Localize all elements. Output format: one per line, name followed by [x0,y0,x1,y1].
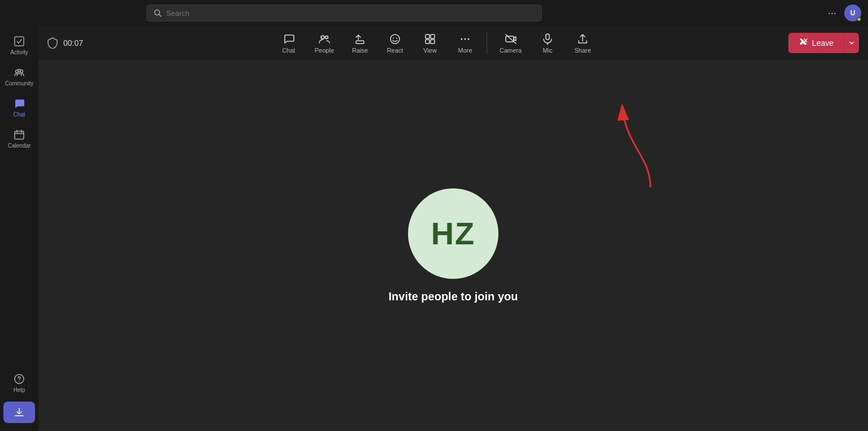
ctrl-camera-button[interactable]: Camera [492,28,530,58]
leave-button[interactable]: Leave [788,33,844,53]
calendar-icon [13,128,25,141]
svg-point-13 [19,381,20,382]
svg-rect-24 [431,40,435,44]
sidebar-community-label: Community [5,80,34,87]
ctrl-mic-label: Mic [543,47,553,54]
svg-point-15 [321,36,324,39]
chevron-down-icon [849,40,854,46]
search-box[interactable] [146,5,542,21]
sidebar-item-chat[interactable]: Chat [3,93,35,123]
sidebar: Activity Community Chat [0,26,38,431]
ctrl-people-icon [318,33,331,45]
ctrl-more-label: More [458,47,472,54]
ctrl-react-button[interactable]: React [378,28,412,58]
search-input[interactable] [166,9,535,18]
svg-point-20 [396,37,397,38]
svg-rect-8 [15,131,24,139]
ctrl-mic-button[interactable]: Mic [531,28,565,58]
ctrl-camera-icon [505,33,517,45]
svg-rect-17 [356,41,364,44]
main-layout: Activity Community Chat [0,26,868,431]
svg-point-27 [468,38,470,40]
annotation-arrow [614,100,659,190]
ctrl-raise-icon [354,33,366,45]
sidebar-item-activity[interactable]: Activity [3,31,35,61]
sidebar-activity-label: Activity [10,49,28,56]
avatar[interactable]: U [844,5,861,21]
sidebar-bottom: Help [3,368,35,431]
invite-text: Invite people to join you [389,290,518,303]
svg-rect-30 [546,34,549,40]
sidebar-item-download[interactable] [3,402,35,423]
ctrl-chat-button[interactable]: Chat [272,28,306,58]
help-icon [13,373,25,385]
more-options-button[interactable]: ··· [826,5,839,21]
svg-point-18 [390,35,400,44]
ctrl-raise-label: Raise [352,47,368,54]
leave-area: Leave [788,33,859,53]
ctrl-view-label: View [423,47,437,54]
svg-rect-23 [426,40,429,44]
shield-icon [47,37,58,49]
svg-rect-22 [431,35,435,38]
call-controls: Chat People [272,28,600,58]
top-bar: ··· U [0,0,868,26]
ctrl-view-button[interactable]: View [413,28,447,58]
call-content: HZ Invite people to join you [38,60,868,431]
sidebar-help-label: Help [14,387,25,394]
search-icon [154,9,162,17]
status-dot [857,17,861,21]
chat-icon [13,97,25,110]
avatar-initials: U [850,9,856,17]
svg-point-26 [465,38,466,40]
sidebar-calendar-label: Calendar [8,143,31,149]
call-timer: 00:07 [63,38,83,48]
ctrl-view-icon [424,33,436,45]
leave-chevron-button[interactable] [844,33,859,53]
ctrl-share-icon [576,33,589,45]
activity-icon [13,35,25,48]
ctrl-more-icon [459,33,471,45]
participant-avatar: HZ [408,188,498,279]
svg-rect-2 [15,37,24,46]
controls-divider [487,32,487,54]
svg-line-1 [159,15,161,17]
download-icon [13,406,25,419]
svg-point-25 [461,38,463,40]
ctrl-share-label: Share [574,47,591,54]
top-bar-right: ··· U [826,5,861,21]
call-area: 00:07 Chat [38,26,868,431]
ctrl-people-button[interactable]: People [307,28,342,58]
sidebar-item-calendar[interactable]: Calendar [3,124,35,154]
svg-point-7 [18,70,21,72]
sidebar-item-community[interactable]: Community [3,62,35,92]
leave-phone-icon [798,38,808,48]
ctrl-chat-icon [283,33,295,45]
ctrl-mic-icon [541,33,554,45]
svg-rect-21 [426,35,429,38]
sidebar-item-help[interactable]: Help [3,368,35,398]
participant-initials: HZ [431,215,476,252]
ctrl-camera-label: Camera [500,47,522,54]
sidebar-chat-label: Chat [13,111,25,118]
ctrl-more-button[interactable]: More [448,28,482,58]
ctrl-react-icon [389,33,401,45]
ctrl-share-button[interactable]: Share [566,28,600,58]
community-icon [13,66,25,79]
svg-point-19 [393,37,394,38]
ctrl-raise-button[interactable]: Raise [343,28,377,58]
ctrl-react-label: React [387,47,403,54]
svg-point-16 [325,36,328,38]
call-top-bar: 00:07 Chat [38,26,868,60]
leave-label: Leave [812,38,834,48]
ctrl-people-label: People [315,47,334,54]
svg-line-4 [19,40,21,43]
ctrl-chat-label: Chat [282,47,295,54]
